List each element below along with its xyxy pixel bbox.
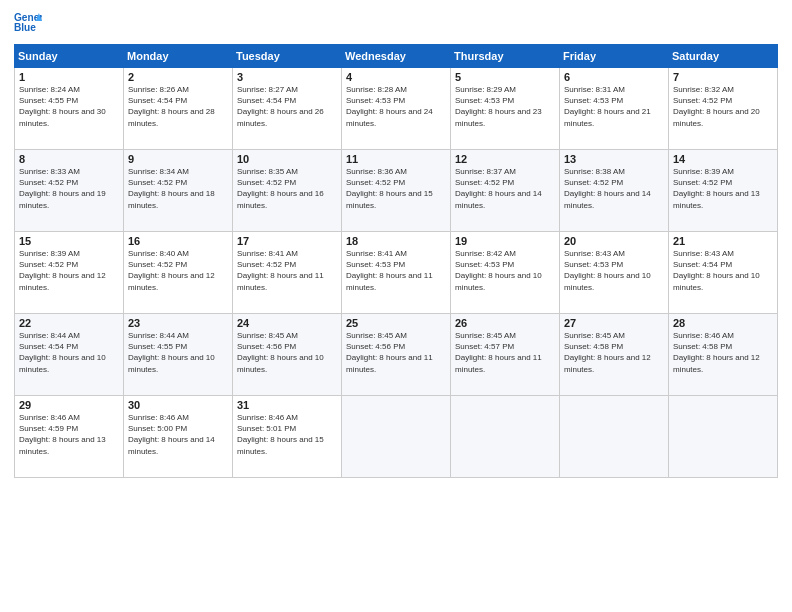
calendar-header-cell: Saturday <box>669 45 778 68</box>
page: General Blue SundayMondayTuesdayWednesda… <box>0 0 792 612</box>
calendar-header-cell: Tuesday <box>233 45 342 68</box>
day-info: Sunrise: 8:26 AMSunset: 4:54 PMDaylight:… <box>128 84 229 129</box>
calendar-day-cell <box>560 396 669 478</box>
day-info: Sunrise: 8:43 AMSunset: 4:54 PMDaylight:… <box>673 248 774 293</box>
day-number: 23 <box>128 317 229 329</box>
calendar-day-cell: 6Sunrise: 8:31 AMSunset: 4:53 PMDaylight… <box>560 68 669 150</box>
calendar-day-cell <box>342 396 451 478</box>
calendar-day-cell: 19Sunrise: 8:42 AMSunset: 4:53 PMDayligh… <box>451 232 560 314</box>
calendar-day-cell: 18Sunrise: 8:41 AMSunset: 4:53 PMDayligh… <box>342 232 451 314</box>
day-info: Sunrise: 8:39 AMSunset: 4:52 PMDaylight:… <box>673 166 774 211</box>
calendar-day-cell: 29Sunrise: 8:46 AMSunset: 4:59 PMDayligh… <box>15 396 124 478</box>
day-number: 26 <box>455 317 556 329</box>
calendar-week-row: 22Sunrise: 8:44 AMSunset: 4:54 PMDayligh… <box>15 314 778 396</box>
day-number: 19 <box>455 235 556 247</box>
calendar-header-cell: Sunday <box>15 45 124 68</box>
day-info: Sunrise: 8:42 AMSunset: 4:53 PMDaylight:… <box>455 248 556 293</box>
calendar-header-cell: Wednesday <box>342 45 451 68</box>
calendar-day-cell: 9Sunrise: 8:34 AMSunset: 4:52 PMDaylight… <box>124 150 233 232</box>
day-info: Sunrise: 8:32 AMSunset: 4:52 PMDaylight:… <box>673 84 774 129</box>
calendar-day-cell: 25Sunrise: 8:45 AMSunset: 4:56 PMDayligh… <box>342 314 451 396</box>
calendar-day-cell: 3Sunrise: 8:27 AMSunset: 4:54 PMDaylight… <box>233 68 342 150</box>
day-number: 31 <box>237 399 338 411</box>
day-number: 29 <box>19 399 120 411</box>
day-number: 22 <box>19 317 120 329</box>
logo: General Blue <box>14 10 42 38</box>
day-number: 4 <box>346 71 447 83</box>
calendar-day-cell: 17Sunrise: 8:41 AMSunset: 4:52 PMDayligh… <box>233 232 342 314</box>
calendar-day-cell: 21Sunrise: 8:43 AMSunset: 4:54 PMDayligh… <box>669 232 778 314</box>
day-info: Sunrise: 8:43 AMSunset: 4:53 PMDaylight:… <box>564 248 665 293</box>
day-number: 24 <box>237 317 338 329</box>
calendar-week-row: 8Sunrise: 8:33 AMSunset: 4:52 PMDaylight… <box>15 150 778 232</box>
day-info: Sunrise: 8:38 AMSunset: 4:52 PMDaylight:… <box>564 166 665 211</box>
calendar-day-cell <box>451 396 560 478</box>
day-info: Sunrise: 8:46 AMSunset: 4:59 PMDaylight:… <box>19 412 120 457</box>
day-info: Sunrise: 8:44 AMSunset: 4:55 PMDaylight:… <box>128 330 229 375</box>
calendar-day-cell: 2Sunrise: 8:26 AMSunset: 4:54 PMDaylight… <box>124 68 233 150</box>
day-number: 6 <box>564 71 665 83</box>
calendar-day-cell: 16Sunrise: 8:40 AMSunset: 4:52 PMDayligh… <box>124 232 233 314</box>
day-number: 15 <box>19 235 120 247</box>
day-number: 27 <box>564 317 665 329</box>
calendar-header-cell: Friday <box>560 45 669 68</box>
day-number: 5 <box>455 71 556 83</box>
day-info: Sunrise: 8:27 AMSunset: 4:54 PMDaylight:… <box>237 84 338 129</box>
calendar-day-cell: 24Sunrise: 8:45 AMSunset: 4:56 PMDayligh… <box>233 314 342 396</box>
calendar-week-row: 15Sunrise: 8:39 AMSunset: 4:52 PMDayligh… <box>15 232 778 314</box>
day-info: Sunrise: 8:40 AMSunset: 4:52 PMDaylight:… <box>128 248 229 293</box>
day-number: 14 <box>673 153 774 165</box>
calendar-day-cell: 14Sunrise: 8:39 AMSunset: 4:52 PMDayligh… <box>669 150 778 232</box>
day-info: Sunrise: 8:35 AMSunset: 4:52 PMDaylight:… <box>237 166 338 211</box>
calendar-day-cell <box>669 396 778 478</box>
day-number: 1 <box>19 71 120 83</box>
day-number: 21 <box>673 235 774 247</box>
day-info: Sunrise: 8:44 AMSunset: 4:54 PMDaylight:… <box>19 330 120 375</box>
calendar-header-cell: Monday <box>124 45 233 68</box>
day-number: 28 <box>673 317 774 329</box>
day-info: Sunrise: 8:41 AMSunset: 4:53 PMDaylight:… <box>346 248 447 293</box>
calendar-day-cell: 5Sunrise: 8:29 AMSunset: 4:53 PMDaylight… <box>451 68 560 150</box>
day-info: Sunrise: 8:45 AMSunset: 4:58 PMDaylight:… <box>564 330 665 375</box>
day-number: 7 <box>673 71 774 83</box>
day-number: 3 <box>237 71 338 83</box>
day-info: Sunrise: 8:45 AMSunset: 4:56 PMDaylight:… <box>346 330 447 375</box>
calendar-day-cell: 27Sunrise: 8:45 AMSunset: 4:58 PMDayligh… <box>560 314 669 396</box>
day-info: Sunrise: 8:28 AMSunset: 4:53 PMDaylight:… <box>346 84 447 129</box>
calendar-day-cell: 15Sunrise: 8:39 AMSunset: 4:52 PMDayligh… <box>15 232 124 314</box>
calendar-day-cell: 8Sunrise: 8:33 AMSunset: 4:52 PMDaylight… <box>15 150 124 232</box>
day-info: Sunrise: 8:24 AMSunset: 4:55 PMDaylight:… <box>19 84 120 129</box>
calendar-day-cell: 7Sunrise: 8:32 AMSunset: 4:52 PMDaylight… <box>669 68 778 150</box>
calendar-week-row: 1Sunrise: 8:24 AMSunset: 4:55 PMDaylight… <box>15 68 778 150</box>
calendar-day-cell: 23Sunrise: 8:44 AMSunset: 4:55 PMDayligh… <box>124 314 233 396</box>
day-number: 12 <box>455 153 556 165</box>
calendar-day-cell: 13Sunrise: 8:38 AMSunset: 4:52 PMDayligh… <box>560 150 669 232</box>
day-info: Sunrise: 8:34 AMSunset: 4:52 PMDaylight:… <box>128 166 229 211</box>
day-number: 11 <box>346 153 447 165</box>
calendar-day-cell: 28Sunrise: 8:46 AMSunset: 4:58 PMDayligh… <box>669 314 778 396</box>
calendar-week-row: 29Sunrise: 8:46 AMSunset: 4:59 PMDayligh… <box>15 396 778 478</box>
calendar-day-cell: 10Sunrise: 8:35 AMSunset: 4:52 PMDayligh… <box>233 150 342 232</box>
day-number: 18 <box>346 235 447 247</box>
day-number: 2 <box>128 71 229 83</box>
day-info: Sunrise: 8:45 AMSunset: 4:57 PMDaylight:… <box>455 330 556 375</box>
day-number: 30 <box>128 399 229 411</box>
day-info: Sunrise: 8:29 AMSunset: 4:53 PMDaylight:… <box>455 84 556 129</box>
calendar-day-cell: 4Sunrise: 8:28 AMSunset: 4:53 PMDaylight… <box>342 68 451 150</box>
calendar-day-cell: 31Sunrise: 8:46 AMSunset: 5:01 PMDayligh… <box>233 396 342 478</box>
calendar-body: 1Sunrise: 8:24 AMSunset: 4:55 PMDaylight… <box>15 68 778 478</box>
day-info: Sunrise: 8:36 AMSunset: 4:52 PMDaylight:… <box>346 166 447 211</box>
day-info: Sunrise: 8:45 AMSunset: 4:56 PMDaylight:… <box>237 330 338 375</box>
day-info: Sunrise: 8:46 AMSunset: 4:58 PMDaylight:… <box>673 330 774 375</box>
calendar-day-cell: 30Sunrise: 8:46 AMSunset: 5:00 PMDayligh… <box>124 396 233 478</box>
calendar-day-cell: 26Sunrise: 8:45 AMSunset: 4:57 PMDayligh… <box>451 314 560 396</box>
calendar-day-cell: 22Sunrise: 8:44 AMSunset: 4:54 PMDayligh… <box>15 314 124 396</box>
day-info: Sunrise: 8:33 AMSunset: 4:52 PMDaylight:… <box>19 166 120 211</box>
day-number: 17 <box>237 235 338 247</box>
day-info: Sunrise: 8:31 AMSunset: 4:53 PMDaylight:… <box>564 84 665 129</box>
day-info: Sunrise: 8:37 AMSunset: 4:52 PMDaylight:… <box>455 166 556 211</box>
day-number: 20 <box>564 235 665 247</box>
svg-text:Blue: Blue <box>14 22 36 33</box>
day-number: 8 <box>19 153 120 165</box>
day-number: 10 <box>237 153 338 165</box>
